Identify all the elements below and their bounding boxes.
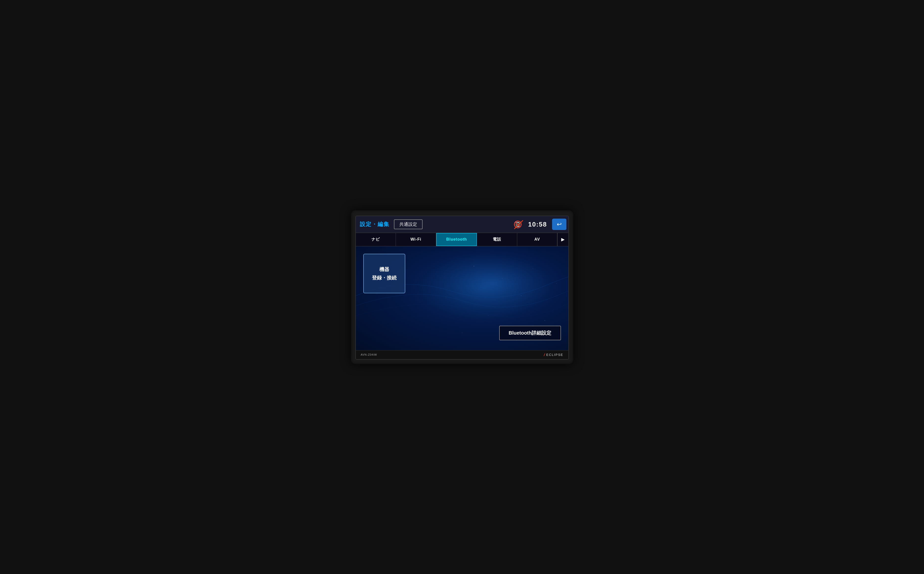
- common-settings-button[interactable]: 共通設定: [394, 219, 423, 229]
- bluetooth-detail-settings-button[interactable]: Bluetooth詳細設定: [499, 326, 561, 340]
- svg-point-1: [473, 266, 474, 266]
- svg-point-4: [533, 268, 533, 269]
- svg-point-7: [462, 333, 462, 333]
- back-arrow-icon: ↩: [557, 221, 562, 228]
- screen: 設定・編集 共通設定 📵 10:58 ↩ ナビ Wi-Fi Bluetooth: [355, 216, 569, 360]
- svg-point-5: [544, 320, 545, 321]
- tab-bar: ナビ Wi-Fi Bluetooth 電話 AV ▶: [356, 233, 568, 246]
- clock-display: 10:58: [525, 221, 550, 228]
- phone-off-icon: 📵: [512, 219, 523, 230]
- page-title: 設定・編集: [358, 221, 390, 228]
- svg-point-2: [502, 278, 503, 279]
- device-outer: 設定・編集 共通設定 📵 10:58 ↩ ナビ Wi-Fi Bluetooth: [351, 210, 574, 364]
- device-register-button[interactable]: 機器 登録・接続: [363, 254, 405, 293]
- device-register-line2: 登録・接続: [372, 274, 397, 281]
- svg-point-8: [488, 315, 488, 316]
- header-bar: 設定・編集 共通設定 📵 10:58 ↩: [356, 216, 568, 233]
- tab-more-button[interactable]: ▶: [557, 233, 568, 246]
- svg-point-6: [556, 283, 557, 284]
- bottom-bar: AVN-Z04iW / ECLIPSE: [356, 350, 568, 359]
- svg-point-3: [521, 295, 521, 296]
- main-content: 機器 登録・接続 Bluetooth詳細設定: [356, 246, 568, 350]
- tab-navi[interactable]: ナビ: [356, 233, 396, 246]
- tab-more-arrow-icon: ▶: [561, 237, 565, 242]
- model-label: AVN-Z04iW: [361, 353, 377, 356]
- tab-denwa[interactable]: 電話: [477, 233, 517, 246]
- device-register-line1: 機器: [379, 266, 389, 273]
- tab-av[interactable]: AV: [517, 233, 558, 246]
- brand-name: ECLIPSE: [546, 353, 563, 356]
- tab-bluetooth[interactable]: Bluetooth: [436, 233, 477, 246]
- brand-label: / ECLIPSE: [544, 353, 563, 357]
- back-button[interactable]: ↩: [552, 219, 566, 230]
- tab-wifi[interactable]: Wi-Fi: [396, 233, 436, 246]
- brand-slash-icon: /: [544, 353, 545, 357]
